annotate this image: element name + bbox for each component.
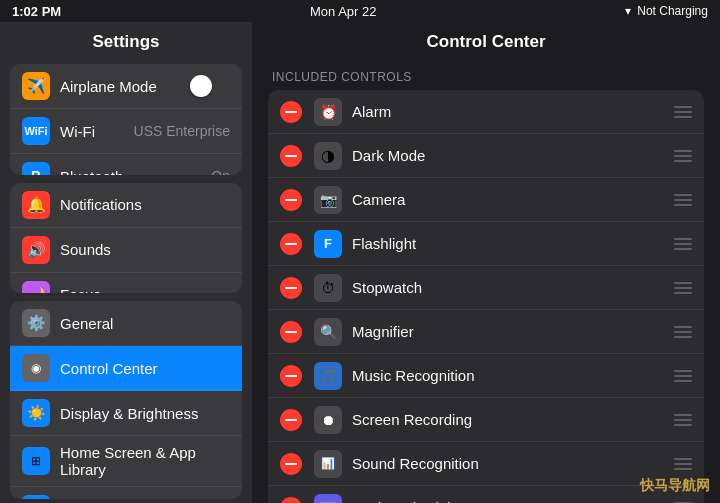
flashlight-label: Flashlight (352, 235, 674, 252)
dark-mode-label: Dark Mode (352, 147, 674, 164)
control-item-flashlight[interactable]: F Flashlight (268, 222, 704, 266)
focus-label: Focus (60, 286, 230, 293)
dark-mode-icon: ◑ (314, 142, 342, 170)
included-controls-list: ⏰ Alarm ◑ Dark Mode 📷 Camera (268, 90, 704, 503)
music-recognition-label: Music Recognition (352, 367, 674, 384)
sidebar-item-airplane-mode[interactable]: ✈️ Airplane Mode (10, 64, 242, 109)
wifi-label: Wi-Fi (60, 123, 134, 140)
remove-camera-btn[interactable] (280, 189, 302, 211)
sound-recognition-drag-handle[interactable] (674, 458, 692, 470)
general-label: General (60, 315, 230, 332)
screen-recording-icon: ⏺ (314, 406, 342, 434)
wifi-signal-icon: ▾ (625, 4, 631, 18)
alarm-label: Alarm (352, 103, 674, 120)
multitasking-icon: ⊟ (22, 495, 50, 499)
sidebar-item-general[interactable]: ⚙️ General (10, 301, 242, 346)
included-section-header: INCLUDED CONTROLS (268, 60, 704, 90)
control-item-dark-mode[interactable]: ◑ Dark Mode (268, 134, 704, 178)
sidebar-item-multitasking[interactable]: ⊟ Multitasking & Gestures (10, 487, 242, 499)
music-recognition-icon: 🎵 (314, 362, 342, 390)
stopwatch-icon: ⏱ (314, 274, 342, 302)
camera-icon: 📷 (314, 186, 342, 214)
remove-stopwatch-btn[interactable] (280, 277, 302, 299)
content-scroll[interactable]: INCLUDED CONTROLS ⏰ Alarm ◑ Dark Mode � (252, 60, 720, 503)
battery-text: Not Charging (637, 4, 708, 18)
keyboard-brightness-label: Keyboard Brightness (352, 499, 674, 503)
sidebar: Settings ✈️ Airplane Mode WiFi Wi-Fi USS… (0, 22, 252, 503)
content-panel: Control Center INCLUDED CONTROLS ⏰ Alarm… (252, 22, 720, 503)
sidebar-group-system: ⚙️ General ◉ Control Center ☀️ Display &… (10, 301, 242, 499)
camera-label: Camera (352, 191, 674, 208)
sidebar-title: Settings (0, 22, 252, 60)
notifications-icon: 🔔 (22, 191, 50, 219)
sidebar-item-wifi[interactable]: WiFi Wi-Fi USS Enterprise (10, 109, 242, 154)
display-brightness-label: Display & Brightness (60, 405, 230, 422)
bluetooth-icon: B (22, 162, 50, 175)
remove-screen-recording-btn[interactable] (280, 409, 302, 431)
status-right: ▾ Not Charging (625, 4, 708, 18)
sounds-icon: 🔊 (22, 236, 50, 264)
display-brightness-icon: ☀️ (22, 399, 50, 427)
control-item-alarm[interactable]: ⏰ Alarm (268, 90, 704, 134)
sidebar-item-home-screen[interactable]: ⊞ Home Screen & App Library (10, 436, 242, 487)
sound-recognition-label: Sound Recognition (352, 455, 674, 472)
control-item-camera[interactable]: 📷 Camera (268, 178, 704, 222)
wifi-value: USS Enterprise (134, 123, 230, 139)
screen-recording-drag-handle[interactable] (674, 414, 692, 426)
control-item-magnifier[interactable]: 🔍 Magnifier (268, 310, 704, 354)
wifi-icon: WiFi (22, 117, 50, 145)
bluetooth-value: On (211, 168, 230, 175)
main-layout: Settings ✈️ Airplane Mode WiFi Wi-Fi USS… (0, 22, 720, 503)
control-center-label: Control Center (60, 360, 230, 377)
control-item-sound-recognition[interactable]: 📊 Sound Recognition (268, 442, 704, 486)
sidebar-group-network: ✈️ Airplane Mode WiFi Wi-Fi USS Enterpri… (10, 64, 242, 175)
sound-recognition-icon: 📊 (314, 450, 342, 478)
general-icon: ⚙️ (22, 309, 50, 337)
status-date: Mon Apr 22 (310, 4, 377, 19)
control-item-keyboard-brightness[interactable]: ⌨ Keyboard Brightness (268, 486, 704, 503)
remove-alarm-btn[interactable] (280, 101, 302, 123)
airplane-mode-toggle[interactable] (188, 73, 230, 99)
magnifier-drag-handle[interactable] (674, 326, 692, 338)
control-item-screen-recording[interactable]: ⏺ Screen Recording (268, 398, 704, 442)
magnifier-label: Magnifier (352, 323, 674, 340)
airplane-mode-icon: ✈️ (22, 72, 50, 100)
alarm-icon: ⏰ (314, 98, 342, 126)
status-time: 1:02 PM (12, 4, 61, 19)
remove-music-recognition-btn[interactable] (280, 365, 302, 387)
remove-dark-mode-btn[interactable] (280, 145, 302, 167)
sidebar-group-personal: 🔔 Notifications 🔊 Sounds 🌙 Focus ⏱ Scree… (10, 183, 242, 294)
control-item-stopwatch[interactable]: ⏱ Stopwatch (268, 266, 704, 310)
sidebar-item-bluetooth[interactable]: B Bluetooth On (10, 154, 242, 175)
sounds-label: Sounds (60, 241, 230, 258)
airplane-mode-label: Airplane Mode (60, 78, 188, 95)
stopwatch-drag-handle[interactable] (674, 282, 692, 294)
camera-drag-handle[interactable] (674, 194, 692, 206)
magnifier-icon: 🔍 (314, 318, 342, 346)
control-item-music-recognition[interactable]: 🎵 Music Recognition (268, 354, 704, 398)
home-screen-icon: ⊞ (22, 447, 50, 475)
flashlight-drag-handle[interactable] (674, 238, 692, 250)
keyboard-brightness-icon: ⌨ (314, 494, 342, 504)
screen-recording-label: Screen Recording (352, 411, 674, 428)
stopwatch-label: Stopwatch (352, 279, 674, 296)
control-center-icon: ◉ (22, 354, 50, 382)
sidebar-item-notifications[interactable]: 🔔 Notifications (10, 183, 242, 228)
remove-magnifier-btn[interactable] (280, 321, 302, 343)
remove-keyboard-brightness-btn[interactable] (280, 497, 302, 504)
flashlight-icon: F (314, 230, 342, 258)
sidebar-item-control-center[interactable]: ◉ Control Center (10, 346, 242, 391)
home-screen-label: Home Screen & App Library (60, 444, 230, 478)
status-bar: 1:02 PM Mon Apr 22 ▾ Not Charging (0, 0, 720, 22)
sidebar-item-focus[interactable]: 🌙 Focus (10, 273, 242, 294)
music-recognition-drag-handle[interactable] (674, 370, 692, 382)
content-title: Control Center (252, 22, 720, 60)
bluetooth-label: Bluetooth (60, 168, 211, 175)
watermark: 快马导航网 (640, 477, 710, 495)
remove-flashlight-btn[interactable] (280, 233, 302, 255)
sidebar-item-sounds[interactable]: 🔊 Sounds (10, 228, 242, 273)
alarm-drag-handle[interactable] (674, 106, 692, 118)
sidebar-item-display-brightness[interactable]: ☀️ Display & Brightness (10, 391, 242, 436)
remove-sound-recognition-btn[interactable] (280, 453, 302, 475)
dark-mode-drag-handle[interactable] (674, 150, 692, 162)
